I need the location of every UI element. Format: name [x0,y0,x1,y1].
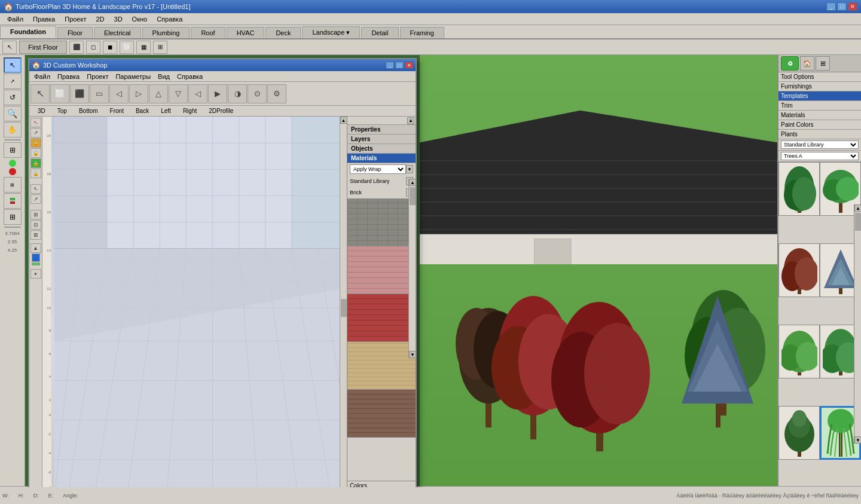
tab-detail[interactable]: Detail [361,27,398,38]
dlg-tool-shape9[interactable]: ▶ [208,84,227,103]
rs-scroll-down[interactable]: ▼ [854,436,861,444]
minimize-button[interactable]: _ [826,2,836,11]
tab-roof[interactable]: Roof [191,27,225,38]
menu-window[interactable]: Окно [127,14,152,24]
dlg-tool-settings[interactable]: ⚙ [267,84,286,103]
dlg-scale-tool2[interactable]: ⊟ [30,220,41,230]
dlg-move-tool[interactable]: ↖ [30,184,41,194]
rs-tab-paint-colors[interactable]: Paint Colors [778,120,861,130]
view-3d[interactable]: 3D [32,107,51,115]
dlg-tool-shape3[interactable]: ▭ [90,84,109,103]
floor-selector[interactable]: First Floor [19,41,67,54]
dlg-scroll-up[interactable]: ▲ [30,243,41,253]
swatches-scroll-up[interactable]: ▲ [409,179,416,186]
rs-icon-house[interactable]: 🏠 [800,56,814,71]
toolbar-btn-6[interactable]: ⊞ [153,41,167,54]
dlg-tool-arrow[interactable]: ↖ [30,84,50,103]
rs-scroll-thumb[interactable] [855,213,861,231]
dlg-scale-tool[interactable]: ⊞ [30,210,41,219]
tab-plumbing[interactable]: Plumbing [142,27,190,38]
dlg-menu-file[interactable]: Файл [30,72,54,81]
rs-icon-grid[interactable]: ⊞ [816,56,830,71]
dlg-pick-btn[interactable]: ✦ [30,269,41,279]
tab-floor[interactable]: Floor [57,27,93,38]
dimension-btn[interactable]: ⊞ [4,177,22,193]
dlg-menu-view[interactable]: Вид [154,72,173,81]
dlg-tool-shape7[interactable]: ▽ [169,84,188,103]
rs-tab-templates[interactable]: Templates [778,91,861,101]
rs-tab-trim[interactable]: Trim [778,101,861,111]
rs-scrollbar[interactable]: ▲ ▼ [854,204,861,444]
dlg-tool-shape8[interactable]: ◁ [188,84,207,103]
mat-swatch-tan-brick[interactable] [347,342,416,390]
dialog-close[interactable]: ✕ [405,62,413,69]
tree-item-3[interactable] [778,243,820,297]
tab-electrical[interactable]: Electrical [94,27,141,38]
swatches-scroll-thumb[interactable] [410,187,416,205]
menu-2d[interactable]: 2D [91,14,109,24]
pointer-tool[interactable]: ↖ [2,41,17,54]
dlg-arrow-tool[interactable]: ↖ [30,118,41,127]
tab-properties[interactable]: Properties [347,125,416,135]
toolbar-btn-4[interactable]: ⬜ [120,41,134,54]
dlg-menu-help[interactable]: Справка [173,72,206,81]
colors-label[interactable]: Colors [347,481,416,487]
go-green-btn[interactable]: ♻ [781,56,799,71]
select-tool-btn[interactable]: ↖ [4,57,22,73]
view-bottom[interactable]: Bottom [73,107,104,115]
rs-tab-tool-options[interactable]: Tool Options [778,72,861,82]
viewport-scrollbar-v[interactable]: ▲ ▼ [340,117,347,487]
menu-file[interactable]: Файл [2,14,28,24]
tree-item-1[interactable] [778,162,820,216]
pan-tool-btn[interactable]: ✋ [4,122,22,138]
close-button[interactable]: ✕ [848,2,857,11]
wrap-dropdown-btn[interactable]: ▼ [406,165,413,173]
dialog-maximize[interactable]: □ [395,62,404,69]
vertex-tool-btn[interactable]: ↗ [4,74,22,89]
dlg-lock-btn2[interactable]: 🔓 [30,148,41,158]
swatches-scroll-down[interactable]: ▼ [409,351,416,358]
color-dots-btn[interactable] [4,193,22,209]
zoom-tool-btn[interactable]: 🔍 [4,106,22,121]
dlg-tool-shape2[interactable]: ⬛ [70,84,89,103]
toolbar-btn-3[interactable]: ◼ [103,41,117,54]
snap-tool-btn[interactable]: ⊞ [4,142,22,158]
rs-tab-materials[interactable]: Materials [778,111,861,120]
mat-swatch-brown-brick[interactable] [347,390,416,438]
tab-landscape[interactable]: Landscape [302,26,360,38]
tab-objects[interactable]: Objects [347,144,416,154]
dlg-tool-shape5[interactable]: ▷ [129,84,148,103]
dlg-tool-shape11[interactable]: ⊙ [248,84,267,103]
menu-edit[interactable]: Правка [28,14,60,24]
titlebar-right[interactable]: _ □ ✕ [826,2,857,11]
tab-deck[interactable]: Deck [265,27,301,38]
mat-swatch-red-brick[interactable] [347,294,416,342]
menu-project[interactable]: Проект [60,14,91,24]
swatches-scrollbar[interactable]: ▲ ▼ [408,179,416,358]
toolbar-btn-1[interactable]: ⬛ [69,41,84,54]
view-front[interactable]: Front [104,107,130,115]
dlg-select-tool[interactable]: ↗ [30,128,41,138]
view-back[interactable]: Back [130,107,155,115]
tab-framing[interactable]: Framing [400,27,444,38]
rs-tab-furnishings[interactable]: Furnishings [778,82,861,91]
dlg-menu-project[interactable]: Проект [83,72,112,81]
tab-materials[interactable]: Materials [347,154,416,163]
dlg-menu-edit[interactable]: Правка [54,72,83,81]
mat-swatch-gray-brick[interactable] [347,198,416,246]
dlg-move-tool2[interactable]: ↗ [30,194,41,204]
dlg-lock-btn4[interactable]: 🔓 [30,169,41,178]
dlg-menu-params[interactable]: Параметры [112,72,154,81]
scroll-up-btn[interactable]: ▲ [340,117,347,124]
dlg-tool-shape10[interactable]: ◑ [228,84,247,103]
grid-tool-btn[interactable]: ⊞ [4,209,22,225]
rs-library-select[interactable]: Standard Library [781,140,859,149]
rotate-tool-btn[interactable]: ↺ [4,90,22,105]
view-top[interactable]: Top [51,107,73,115]
dlg-tool-shape4[interactable]: ◁ [109,84,129,103]
view-left[interactable]: Left [155,107,177,115]
tab-layers[interactable]: Layers [347,135,416,144]
tab-hvac[interactable]: HVAC [227,27,265,38]
dlg-tool-shape6[interactable]: △ [149,84,168,103]
menu-3d[interactable]: 3D [109,14,127,24]
